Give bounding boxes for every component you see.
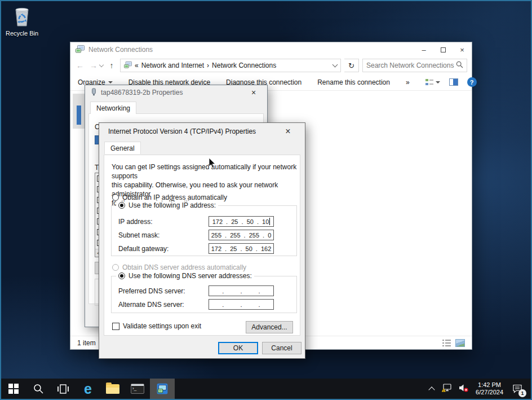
volume-muted-icon[interactable] xyxy=(459,384,468,394)
breadcrumb-item-network-connections[interactable]: Network Connections xyxy=(212,61,276,69)
preview-pane-button[interactable] xyxy=(449,78,458,86)
ok-button[interactable]: OK xyxy=(218,342,258,354)
radio-obtain-dns-circle xyxy=(112,264,119,271)
use-ip-groupbox: Use the following IP address: IP address… xyxy=(111,205,297,256)
text-caret xyxy=(269,218,270,225)
ipv4-dialog-titlebar: Internet Protocol Version 4 (TCP/IPv4) P… xyxy=(99,123,305,140)
search-icon xyxy=(456,61,463,70)
recent-pages-chevron-icon[interactable] xyxy=(99,62,104,67)
subnet-mask-field[interactable]: 255 . 255 . 255 . 0 xyxy=(209,230,274,240)
breadcrumb[interactable]: « Network and Internet › Network Connect… xyxy=(120,59,341,72)
maximize-icon xyxy=(441,47,446,52)
tap-dialog-titlebar: tap48678319-2b Properties × xyxy=(85,85,267,100)
default-gateway-label: Default gateway: xyxy=(118,245,169,253)
ipv4-dialog-buttons: OK Cancel xyxy=(218,342,302,354)
ipv4-close-icon[interactable]: × xyxy=(280,126,296,137)
tab-general[interactable]: General xyxy=(104,142,141,154)
selected-item-highlight[interactable] xyxy=(73,94,86,129)
up-icon[interactable]: ↑ xyxy=(107,61,117,70)
action-center-button[interactable]: 1 xyxy=(511,382,524,395)
cancel-button[interactable]: Cancel xyxy=(262,342,302,354)
preferred-dns-field[interactable]: . . . xyxy=(209,285,274,296)
breadcrumb-item-network-and-internet[interactable]: Network and Internet xyxy=(141,61,204,69)
search-box[interactable] xyxy=(362,59,467,72)
preferred-dns-label: Preferred DNS server: xyxy=(118,287,185,295)
radio-obtain-ip[interactable]: Obtain an IP address automatically xyxy=(112,194,227,201)
views-dropdown-icon xyxy=(436,81,440,83)
network-adapter-icon xyxy=(91,88,97,98)
taskbar-clock[interactable]: 1:42 PM 6/27/2024 xyxy=(476,381,503,396)
windows-logo-icon xyxy=(8,384,19,394)
radio-use-dns-circle[interactable] xyxy=(118,272,125,279)
network-connections-app-icon xyxy=(156,383,169,394)
radio-use-ip[interactable]: Use the following IP address: xyxy=(116,201,218,209)
maximize-button[interactable] xyxy=(433,42,453,57)
command-prompt-icon xyxy=(131,384,144,394)
toolbar-overflow-chevron[interactable]: » xyxy=(406,78,410,86)
radio-use-dns[interactable]: Use the following DNS server addresses: xyxy=(116,272,254,280)
radio-use-dns-label: Use the following DNS server addresses: xyxy=(128,272,252,280)
explorer-titlebar: Network Connections – × xyxy=(70,42,472,57)
large-icons-view-icon[interactable] xyxy=(455,339,465,347)
clock-date: 6/27/2024 xyxy=(476,389,503,396)
item-count: 1 item xyxy=(77,339,96,347)
organize-dropdown-icon xyxy=(108,81,113,83)
task-view-icon xyxy=(57,384,69,394)
alternate-dns-field[interactable]: . . . xyxy=(209,299,274,310)
command-prompt-button[interactable] xyxy=(125,379,150,399)
clock-time: 1:42 PM xyxy=(476,381,503,389)
ipv4-properties-dialog: Internet Protocol Version 4 (TCP/IPv4) P… xyxy=(99,122,305,359)
use-dns-groupbox: Use the following DNS server addresses: … xyxy=(111,276,297,313)
forward-icon[interactable]: → xyxy=(88,61,99,70)
recycle-bin[interactable]: Recycle Bin xyxy=(5,5,39,37)
network-connections-taskbar-button[interactable] xyxy=(150,379,175,399)
address-dropdown-icon[interactable] xyxy=(333,62,338,68)
task-view-button[interactable] xyxy=(51,379,76,399)
advanced-button[interactable]: Advanced... xyxy=(246,321,293,333)
tray-expand-chevron-icon[interactable] xyxy=(428,386,435,393)
close-button[interactable]: × xyxy=(453,42,472,57)
validate-settings-checkbox[interactable]: Validate settings upon exit xyxy=(112,322,201,330)
ipv4-dialog-title: Internet Protocol Version 4 (TCP/IPv4) P… xyxy=(108,128,256,135)
start-button[interactable] xyxy=(1,379,26,399)
file-explorer-button[interactable] xyxy=(100,379,125,399)
internet-explorer-icon: e xyxy=(84,382,92,396)
taskbar: e xyxy=(1,379,531,399)
taskbar-search-button[interactable] xyxy=(26,379,51,399)
tab-networking[interactable]: Networking xyxy=(90,102,136,114)
window-title: Network Connections xyxy=(88,46,153,54)
back-icon[interactable]: ← xyxy=(75,61,85,70)
network-status-icon[interactable] xyxy=(441,384,451,394)
radio-use-ip-label: Use the following IP address: xyxy=(128,201,216,209)
search-icon xyxy=(33,384,44,394)
ip-address-field[interactable]: 172 . 25 . 50 . 10 xyxy=(209,216,274,227)
views-icon xyxy=(425,78,433,86)
recycle-bin-label: Recycle Bin xyxy=(5,30,39,37)
ipv4-tabstrip: General xyxy=(99,140,305,153)
connection-icon-fragment xyxy=(77,106,81,125)
internet-explorer-button[interactable]: e xyxy=(76,379,100,399)
tap-tabstrip: Networking xyxy=(85,100,267,113)
radio-use-ip-circle[interactable] xyxy=(118,202,125,209)
refresh-icon[interactable]: ↻ xyxy=(344,59,359,72)
details-view-icon[interactable] xyxy=(442,339,451,346)
recycle-bin-icon xyxy=(12,21,32,29)
default-gateway-field[interactable]: 172 . 25 . 50 . 162 xyxy=(209,243,274,254)
validate-checkbox-box[interactable] xyxy=(112,323,119,330)
ipv4-tabpage: You can get IP settings assigned automat… xyxy=(104,155,300,336)
alternate-dns-label: Alternate DNS server: xyxy=(118,301,184,309)
change-view-button[interactable] xyxy=(425,78,440,86)
help-button[interactable]: ? xyxy=(467,77,477,87)
minimize-button[interactable]: – xyxy=(414,42,433,57)
tap-close-icon[interactable]: × xyxy=(246,88,261,97)
rename-connection-command[interactable]: Rename this connection xyxy=(317,78,390,86)
validate-checkbox-label: Validate settings upon exit xyxy=(123,322,201,330)
radio-obtain-dns-label: Obtain DNS server address automatically xyxy=(122,263,246,271)
radio-obtain-ip-circle[interactable] xyxy=(112,194,119,201)
radio-obtain-dns: Obtain DNS server address automatically xyxy=(112,263,246,271)
address-location-icon xyxy=(124,61,132,71)
search-input[interactable] xyxy=(366,61,456,69)
subnet-mask-label: Subnet mask: xyxy=(118,231,159,239)
breadcrumb-separator: › xyxy=(207,61,209,69)
tap-dialog-title: tap48678319-2b Properties xyxy=(101,89,183,96)
